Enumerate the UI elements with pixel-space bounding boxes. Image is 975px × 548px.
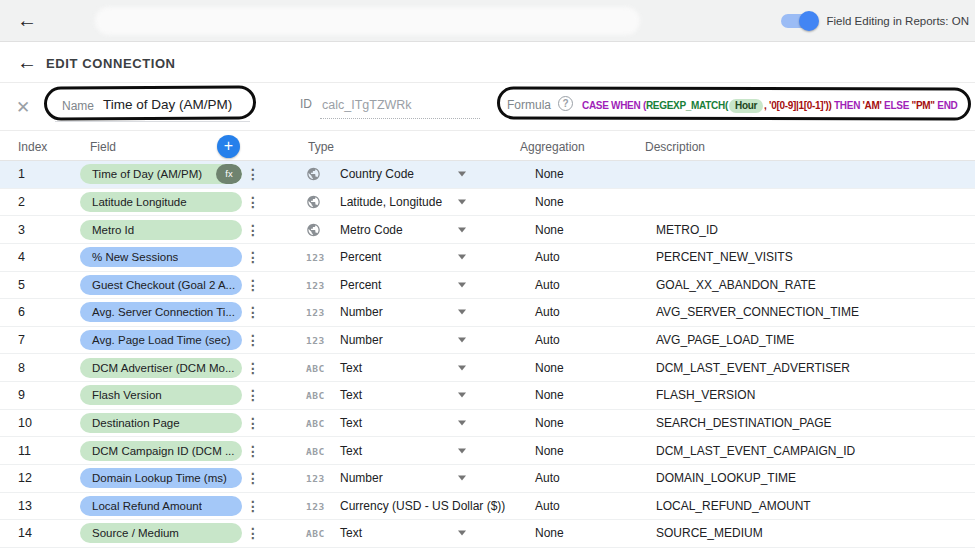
- aggregation-value: None: [535, 388, 564, 402]
- fx-badge: fx: [216, 164, 242, 184]
- type-select[interactable]: Metro Code: [340, 223, 403, 237]
- table-row[interactable]: 9 Flash Version ⋮ ABC Text None FLASH_VE…: [0, 382, 975, 410]
- more-options-icon[interactable]: ⋮: [246, 360, 260, 376]
- field-chip[interactable]: Destination Page: [80, 413, 242, 433]
- table-row[interactable]: 3 Metro Id ⋮ Metro Code None METRO_ID: [0, 216, 975, 244]
- numeric-type-icon: 123: [306, 279, 332, 290]
- formula-segment: '0[0-9]|1[0-1]': [769, 100, 825, 111]
- type-select[interactable]: Percent: [340, 278, 381, 292]
- add-field-button[interactable]: +: [217, 135, 240, 158]
- more-options-icon[interactable]: ⋮: [246, 194, 260, 210]
- field-chip[interactable]: Source / Medium: [80, 523, 242, 543]
- chevron-down-icon[interactable]: [458, 365, 466, 370]
- help-icon[interactable]: ?: [558, 96, 573, 111]
- field-editing-toggle[interactable]: [781, 14, 817, 28]
- chevron-down-icon[interactable]: [458, 448, 466, 453]
- more-options-icon[interactable]: ⋮: [246, 470, 260, 486]
- chevron-down-icon[interactable]: [458, 420, 466, 425]
- more-options-icon[interactable]: ⋮: [246, 332, 260, 348]
- column-header-aggregation: Aggregation: [520, 140, 585, 154]
- field-chip[interactable]: Guest Checkout (Goal 2 A...: [80, 275, 242, 295]
- table-row[interactable]: 13 Local Refund Amount ⋮ 123 Currency (U…: [0, 493, 975, 521]
- aggregation-value: Auto: [535, 278, 560, 292]
- more-options-icon[interactable]: ⋮: [246, 387, 260, 403]
- field-chip[interactable]: Domain Lookup Time (ms): [80, 468, 242, 488]
- close-icon[interactable]: ✕: [16, 97, 30, 118]
- more-options-icon[interactable]: ⋮: [246, 498, 260, 514]
- chevron-down-icon[interactable]: [458, 393, 466, 398]
- table-row[interactable]: 10 Destination Page ⋮ ABC Text None SEAR…: [0, 410, 975, 438]
- toggle-knob: [799, 11, 819, 31]
- field-name: DCM Campaign ID (DCM ...: [80, 445, 235, 457]
- type-select[interactable]: Text: [340, 416, 362, 430]
- field-name: Source / Medium: [80, 527, 179, 539]
- row-index: 5: [18, 278, 25, 292]
- type-select[interactable]: Currency (USD - US Dollar ($)): [340, 499, 505, 513]
- description-value: DCM_LAST_EVENT_CAMPAIGN_ID: [656, 444, 855, 458]
- id-value: calc_ITgTZWRk: [322, 98, 412, 112]
- table-row[interactable]: 11 DCM Campaign ID (DCM ... ⋮ ABC Text N…: [0, 437, 975, 465]
- id-label: ID: [300, 97, 312, 111]
- type-select[interactable]: Number: [340, 471, 383, 485]
- chevron-down-icon[interactable]: [458, 227, 466, 232]
- text-type-icon: ABC: [306, 362, 332, 373]
- chevron-down-icon[interactable]: [458, 476, 466, 481]
- table-row[interactable]: 6 Avg. Server Connection Ti... ⋮ 123 Num…: [0, 299, 975, 327]
- table-row[interactable]: 8 DCM Advertiser (DCM Mo... ⋮ ABC Text N…: [0, 354, 975, 382]
- table-row[interactable]: 14 Source / Medium ⋮ ABC Text None SOURC…: [0, 520, 975, 548]
- field-name: Latitude Longitude: [80, 196, 187, 208]
- field-chip[interactable]: Metro Id: [80, 220, 242, 240]
- field-chip[interactable]: DCM Campaign ID (DCM ...: [80, 441, 242, 461]
- field-chip[interactable]: Flash Version: [80, 385, 242, 405]
- chevron-down-icon[interactable]: [458, 199, 466, 204]
- description-value: DOMAIN_LOOKUP_TIME: [656, 471, 796, 485]
- chevron-down-icon[interactable]: [458, 310, 466, 315]
- formula-field-chip: Hour: [729, 99, 763, 113]
- more-options-icon[interactable]: ⋮: [246, 415, 260, 431]
- name-input[interactable]: Time of Day (AM/PM): [103, 97, 232, 112]
- type-select[interactable]: Country Code: [340, 167, 414, 181]
- chevron-down-icon[interactable]: [458, 282, 466, 287]
- field-chip[interactable]: % New Sessions: [80, 247, 242, 267]
- chevron-down-icon[interactable]: [458, 531, 466, 536]
- formula-input[interactable]: CASE WHEN (REGEXP_MATCH(Hour, '0[0-9]|1[…: [582, 98, 968, 116]
- type-select[interactable]: Text: [340, 361, 362, 375]
- table-row[interactable]: 5 Guest Checkout (Goal 2 A... ⋮ 123 Perc…: [0, 272, 975, 300]
- back-icon[interactable]: ←: [17, 52, 37, 72]
- field-chip[interactable]: Avg. Server Connection Ti...: [80, 302, 242, 322]
- edit-connection-bar: ← EDIT CONNECTION: [0, 43, 975, 83]
- chevron-down-icon[interactable]: [458, 172, 466, 177]
- field-chip[interactable]: Avg. Page Load Time (sec): [80, 330, 242, 350]
- chevron-down-icon[interactable]: [458, 338, 466, 343]
- back-icon[interactable]: ←: [17, 10, 37, 30]
- type-select[interactable]: Text: [340, 526, 362, 540]
- field-chip[interactable]: Time of Day (AM/PM) fx: [80, 164, 242, 184]
- formula-segment: 'AM': [863, 100, 882, 111]
- type-select[interactable]: Number: [340, 333, 383, 347]
- name-label: Name: [62, 99, 94, 113]
- field-chip[interactable]: Latitude Longitude: [80, 192, 242, 212]
- type-select[interactable]: Percent: [340, 250, 381, 264]
- table-row[interactable]: 4 % New Sessions ⋮ 123 Percent Auto PERC…: [0, 244, 975, 272]
- table-row[interactable]: 12 Domain Lookup Time (ms) ⋮ 123 Number …: [0, 465, 975, 493]
- more-options-icon[interactable]: ⋮: [246, 304, 260, 320]
- field-chip[interactable]: DCM Advertiser (DCM Mo...: [80, 358, 242, 378]
- more-options-icon[interactable]: ⋮: [246, 443, 260, 459]
- formula-segment: THEN: [832, 100, 863, 111]
- type-select[interactable]: Number: [340, 305, 383, 319]
- more-options-icon[interactable]: ⋮: [246, 249, 260, 265]
- chevron-down-icon[interactable]: [458, 255, 466, 260]
- field-chip[interactable]: Local Refund Amount: [80, 496, 242, 516]
- more-options-icon[interactable]: ⋮: [246, 166, 260, 182]
- type-select[interactable]: Text: [340, 444, 362, 458]
- formula-segment: "PM": [912, 100, 935, 111]
- table-row[interactable]: 2 Latitude Longitude ⋮ Latitude, Longitu…: [0, 189, 975, 217]
- type-select[interactable]: Latitude, Longitude: [340, 195, 442, 209]
- type-select[interactable]: Text: [340, 388, 362, 402]
- formula-segment: END: [935, 100, 958, 111]
- table-row[interactable]: 1 Time of Day (AM/PM) fx ⋮ Country Code …: [0, 161, 975, 189]
- more-options-icon[interactable]: ⋮: [246, 277, 260, 293]
- table-row[interactable]: 7 Avg. Page Load Time (sec) ⋮ 123 Number…: [0, 327, 975, 355]
- more-options-icon[interactable]: ⋮: [246, 525, 260, 541]
- more-options-icon[interactable]: ⋮: [246, 222, 260, 238]
